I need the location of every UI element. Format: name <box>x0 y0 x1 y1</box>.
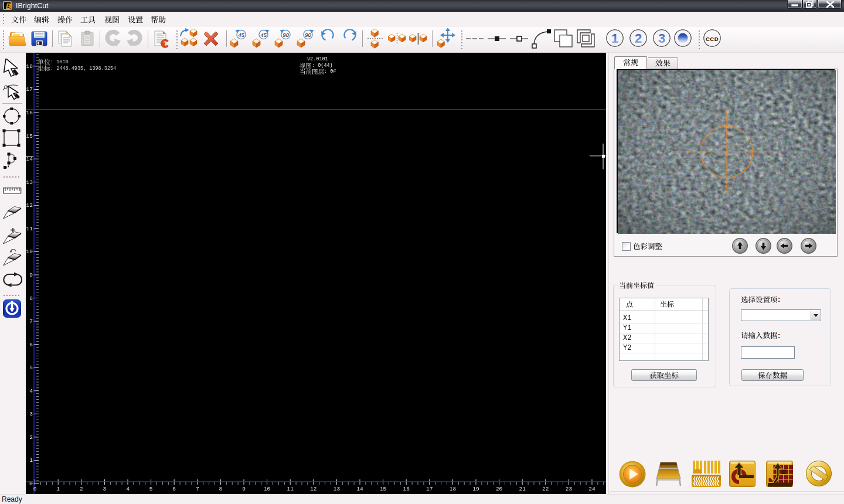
svg-text:2: 2 <box>635 31 642 46</box>
svg-text:45: 45 <box>238 32 244 38</box>
svg-text:CCD: CCD <box>705 36 718 42</box>
svg-text:3: 3 <box>658 31 665 46</box>
svg-text:B: B <box>6 2 11 10</box>
svg-text:1: 1 <box>611 31 618 46</box>
svg-text:90: 90 <box>283 32 289 38</box>
svg-text:90: 90 <box>305 32 311 38</box>
svg-text:45: 45 <box>260 32 267 38</box>
